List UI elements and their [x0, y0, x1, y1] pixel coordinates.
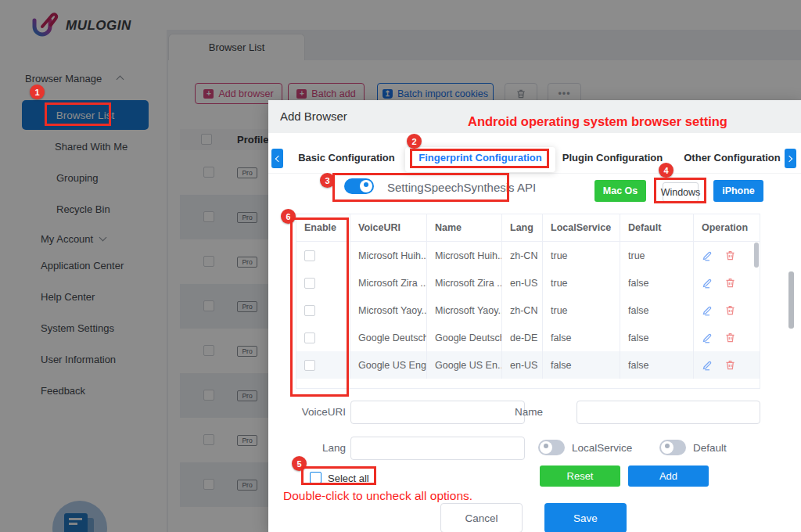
enable-checkbox[interactable] [304, 360, 315, 371]
cell-default: false [620, 269, 694, 297]
cell-localservice: true [543, 242, 620, 269]
table-row: Microsoft Huih... Microsoft Huih... zh-C… [296, 242, 760, 269]
reset-button[interactable]: Reset [540, 466, 620, 487]
voices-table-header: Enable VoiceURI Name Lang LocalService D… [296, 214, 760, 242]
cancel-button[interactable]: Cancel [440, 503, 523, 532]
cell-lang: zh-CN [502, 242, 543, 269]
table-row: Google US Eng... Google US En... en-US f… [296, 351, 760, 379]
button-label: Reset [567, 470, 594, 482]
button-label: Windows [661, 187, 701, 198]
edit-icon[interactable] [702, 250, 713, 261]
table-row: Microsoft Yaoy... Microsoft Yaoy... zh-C… [296, 297, 760, 324]
enable-checkbox[interactable] [304, 305, 315, 316]
chevron-left-icon [275, 155, 282, 161]
button-label: Mac Os [603, 185, 638, 196]
button-label: Add [659, 470, 677, 482]
cell-name: Microsoft Zira ... [427, 269, 502, 297]
button-label: Cancel [465, 512, 497, 524]
cell-localservice: true [543, 297, 620, 324]
tab-plugin-configuration[interactable]: Plugin Configuration [562, 152, 663, 167]
cell-default: false [620, 297, 694, 324]
save-button[interactable]: Save [544, 503, 627, 532]
cell-lang: zh-CN [502, 297, 543, 324]
button-label: iPhone [722, 185, 755, 196]
add-button[interactable]: Add [628, 466, 709, 487]
column-operation: Operation [694, 214, 760, 242]
delete-icon[interactable] [724, 277, 736, 289]
modal-tab-bar: Basic Configuration Fingerprint Configur… [268, 133, 801, 174]
column-name: Name [427, 214, 502, 242]
name-input[interactable] [577, 401, 760, 424]
cell-localservice: true [543, 269, 620, 297]
tabs-scroll-right-button[interactable] [785, 149, 796, 168]
delete-icon[interactable] [724, 250, 736, 261]
cell-voiceuri: Microsoft Zira ... [350, 269, 427, 297]
tabs-scroll-left-button[interactable] [271, 149, 283, 168]
modal-scrollbar[interactable] [788, 271, 794, 329]
iphone-button[interactable]: iPhone [713, 180, 763, 202]
cell-name: Microsoft Huih... [427, 242, 502, 269]
table-scrollbar[interactable] [754, 243, 759, 268]
localservice-toggle[interactable] [538, 440, 565, 455]
enable-checkbox[interactable] [304, 250, 315, 261]
cell-name: Microsoft Yaoy... [427, 297, 502, 324]
edit-icon[interactable] [702, 332, 713, 343]
cell-name: Google Deutsch [427, 324, 502, 351]
voiceuri-input[interactable] [350, 401, 525, 424]
tab-fingerprint-configuration[interactable]: Fingerprint Configuration [409, 152, 551, 167]
cell-default: false [620, 351, 694, 379]
modal-title: Add Browser [280, 110, 347, 123]
table-row: Google Deutsch Google Deutsch de-DE fals… [296, 324, 760, 351]
speech-synthesis-label: SettingSpeechSynthesis API [387, 181, 536, 194]
enable-checkbox[interactable] [304, 278, 315, 289]
cell-lang: en-US [502, 351, 543, 379]
voices-table: Enable VoiceURI Name Lang LocalService D… [296, 214, 760, 389]
speech-synthesis-toggle[interactable] [344, 178, 374, 194]
cell-lang: en-US [502, 269, 543, 297]
delete-icon[interactable] [724, 304, 736, 316]
tab-basic-configuration[interactable]: Basic Configuration [296, 152, 397, 167]
cell-default: false [620, 324, 694, 351]
chevron-right-icon [786, 155, 792, 161]
select-all-checkbox[interactable] [310, 472, 321, 483]
column-enable: Enable [296, 214, 350, 242]
edit-icon[interactable] [702, 359, 713, 371]
cell-localservice: false [543, 324, 620, 351]
edit-icon[interactable] [702, 304, 713, 316]
windows-button[interactable]: Windows [663, 182, 699, 202]
tab-other-configuration[interactable]: Other Configuration [681, 152, 783, 167]
enable-checkbox[interactable] [304, 332, 315, 343]
cell-localservice: false [543, 351, 620, 379]
name-label: Name [512, 406, 543, 418]
button-label: Save [573, 512, 598, 524]
cell-voiceuri: Microsoft Yaoy... [350, 297, 427, 324]
delete-icon[interactable] [724, 332, 736, 343]
select-all-label: Select all [328, 473, 369, 484]
modal-header: Add Browser [268, 100, 801, 133]
add-browser-modal: Add Browser Basic Configuration Fingerpr… [268, 100, 801, 532]
localservice-label: LocalService [572, 442, 634, 454]
column-localservice: LocalService [543, 214, 620, 242]
default-label: Default [693, 442, 740, 454]
cell-lang: de-DE [502, 324, 543, 351]
column-lang: Lang [502, 214, 543, 242]
column-default: Default [620, 214, 694, 242]
cell-voiceuri: Google Deutsch [350, 324, 427, 351]
cell-voiceuri: Google US Eng... [350, 351, 427, 379]
lang-input[interactable] [350, 437, 525, 460]
column-voiceuri: VoiceURI [350, 214, 427, 242]
cell-voiceuri: Microsoft Huih... [350, 242, 427, 269]
edit-icon[interactable] [702, 277, 713, 289]
lang-label: Lang [291, 442, 346, 454]
mac-os-button[interactable]: Mac Os [594, 180, 646, 202]
delete-icon[interactable] [724, 359, 736, 371]
cell-default: true [620, 242, 694, 269]
cell-name: Google US En... [427, 351, 502, 379]
default-toggle[interactable] [659, 440, 686, 455]
table-row: Microsoft Zira ... Microsoft Zira ... en… [296, 269, 760, 297]
voiceuri-label: VoiceURI [291, 406, 346, 418]
